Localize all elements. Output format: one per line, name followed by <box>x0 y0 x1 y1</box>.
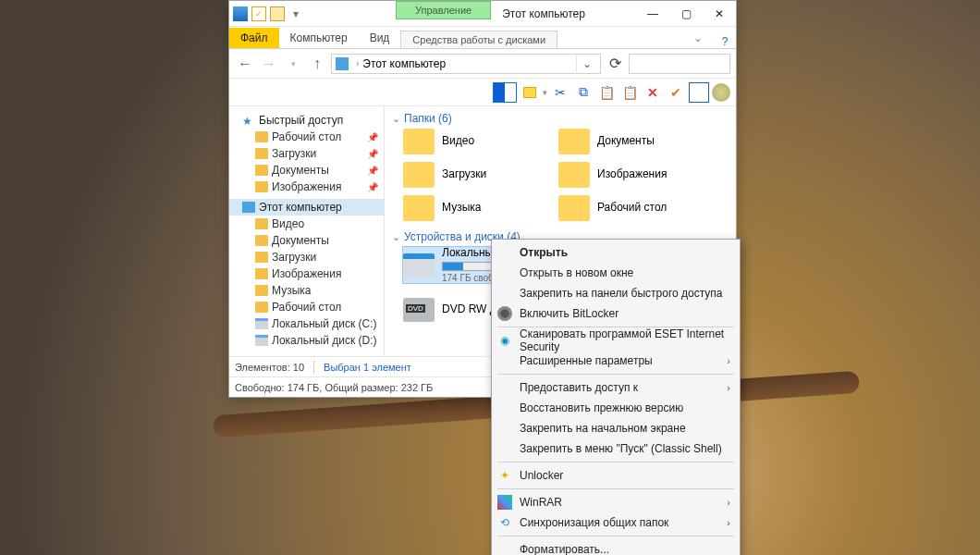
ctx-pin-start[interactable]: Закрепить на начальном экране <box>492 418 740 438</box>
minimize-button[interactable]: — <box>636 1 669 26</box>
select-all-icon[interactable] <box>689 82 709 103</box>
search-input[interactable] <box>629 54 730 74</box>
folder-icon <box>255 218 268 229</box>
tree-local-c[interactable]: Локальный диск (C:) <box>229 315 384 332</box>
help-icon[interactable]: ? <box>714 35 736 48</box>
tile-videos[interactable]: Видео <box>403 129 542 154</box>
ctx-format[interactable]: Форматировать... <box>492 539 740 555</box>
qat-newfolder-icon[interactable] <box>270 6 285 21</box>
qat-dropdown-icon[interactable]: ▾ <box>288 6 303 21</box>
tree-local-d[interactable]: Локальный диск (D:) <box>229 332 384 349</box>
recent-dropdown[interactable]: ▾ <box>283 54 303 74</box>
tile-music[interactable]: Музыка <box>403 195 542 221</box>
up-button[interactable]: ↑ <box>307 54 327 74</box>
tree-music[interactable]: Музыка <box>229 282 384 299</box>
tree-documents2[interactable]: Документы <box>229 232 384 249</box>
close-button[interactable]: ✕ <box>703 1 736 26</box>
refresh-button[interactable]: ⟳ <box>605 54 625 74</box>
ctx-grant-access[interactable]: Предоставить доступ к› <box>492 377 740 398</box>
tile-desktop[interactable]: Рабочий стол <box>558 195 697 221</box>
breadcrumb-this-pc[interactable]: Этот компьютер <box>362 57 446 70</box>
titlebar: ✓ ▾ Управление Этот компьютер — ▢ ✕ <box>229 1 736 27</box>
folder-icon <box>403 129 435 154</box>
tile-downloads[interactable]: Загрузки <box>403 162 542 188</box>
address-dropdown-icon[interactable]: ⌄ <box>576 54 596 74</box>
pin-icon: 📌 <box>367 166 378 176</box>
ctx-winrar[interactable]: WinRAR› <box>492 492 740 512</box>
ctx-pin-classic-shell[interactable]: Закрепить в меню "Пуск" (Classic Shell) <box>492 438 740 459</box>
ctx-advanced-params[interactable]: Расширенные параметры› <box>492 351 740 371</box>
ribbon-file-tab[interactable]: Файл <box>229 28 279 48</box>
maximize-button[interactable]: ▢ <box>669 1 703 26</box>
ribbon-computer-tab[interactable]: Компьютер <box>279 28 359 48</box>
paste-alt-icon[interactable]: 📋 <box>619 82 640 103</box>
tree-pictures2[interactable]: Изображения <box>229 265 384 282</box>
tree-documents[interactable]: Документы📌 <box>229 162 384 179</box>
custom-toolbar: ▾ ✂ ⧉ 📋 📋 ✕ ✔ <box>229 79 736 106</box>
folder-icon <box>558 162 590 188</box>
folder-icon <box>403 162 435 188</box>
qat-properties-icon[interactable]: ✓ <box>251 6 266 21</box>
tree-desktop2[interactable]: Рабочий стол <box>229 299 384 315</box>
tree-this-pc[interactable]: Этот компьютер <box>229 199 384 216</box>
unlocker-icon: ✦ <box>497 468 512 483</box>
folder-icon <box>255 131 268 142</box>
forward-button[interactable]: → <box>259 54 279 74</box>
tree-videos[interactable]: Видео <box>229 216 384 232</box>
winrar-icon <box>497 495 512 510</box>
window-title: Этот компьютер <box>491 1 636 26</box>
tile-documents[interactable]: Документы <box>558 129 697 154</box>
folder-icon <box>255 285 268 296</box>
pin-icon: 📌 <box>367 149 378 159</box>
folder-icon <box>255 165 268 176</box>
navbar: ← → ▾ ↑ › Этот компьютер ⌄ ⟳ <box>229 49 736 79</box>
paste-icon[interactable]: 📋 <box>596 82 617 103</box>
ribbon-context-tab[interactable]: Управление <box>396 1 491 19</box>
user-avatar-icon[interactable] <box>712 83 730 102</box>
status-count: Элементов: 10 <box>235 362 304 373</box>
view-toggle-icon[interactable] <box>493 82 517 103</box>
new-folder-tool-icon[interactable] <box>520 82 540 103</box>
ctx-pin-quick-access[interactable]: Закрепить на панели быстрого доступа <box>492 283 740 303</box>
desktop-background: ✓ ▾ Управление Этот компьютер — ▢ ✕ Файл… <box>0 0 980 555</box>
ribbon-view-tab[interactable]: Вид <box>359 28 401 48</box>
breadcrumb-chevron-icon[interactable]: › <box>352 58 362 68</box>
this-pc-icon <box>336 57 349 70</box>
ribbon-tabs: Файл Компьютер Вид Средства работы с дис… <box>229 27 736 49</box>
navigation-tree: ★Быстрый доступ Рабочий стол📌 Загрузки📌 … <box>229 106 385 356</box>
ctx-restore-previous[interactable]: Восстановить прежнюю версию <box>492 398 740 418</box>
ctx-open-new-window[interactable]: Открыть в новом окне <box>492 263 740 283</box>
ctx-open[interactable]: Открыть <box>492 242 740 263</box>
group-folders-header[interactable]: Папки (6) <box>390 110 734 129</box>
tile-pictures[interactable]: Изображения <box>558 162 697 188</box>
context-menu: Открыть Открыть в новом окне Закрепить н… <box>491 239 741 555</box>
address-bar[interactable]: › Этот компьютер ⌄ <box>331 54 601 74</box>
ctx-eset-scan[interactable]: ◉Сканировать программой ESET Internet Se… <box>492 330 740 351</box>
submenu-arrow-icon: › <box>727 355 730 366</box>
folder-icon <box>255 268 268 279</box>
ctx-bitlocker[interactable]: Включить BitLocker <box>492 303 740 324</box>
tool-dropdown-icon[interactable]: ▾ <box>543 88 547 97</box>
pin-icon: 📌 <box>367 182 378 192</box>
tree-desktop[interactable]: Рабочий стол📌 <box>229 129 384 145</box>
dvd-icon <box>403 298 435 322</box>
tree-downloads[interactable]: Загрузки📌 <box>229 145 384 162</box>
back-button[interactable]: ← <box>235 54 255 74</box>
cut-icon[interactable]: ✂ <box>550 82 570 103</box>
tree-downloads2[interactable]: Загрузки <box>229 249 384 265</box>
tree-pictures[interactable]: Изображения📌 <box>229 179 384 195</box>
delete-icon[interactable]: ✕ <box>643 82 663 103</box>
folder-icon <box>255 235 268 246</box>
submenu-arrow-icon: › <box>727 497 730 508</box>
apply-icon[interactable]: ✔ <box>666 82 686 103</box>
ctx-separator <box>497 488 734 489</box>
sync-icon: ⟲ <box>497 515 512 530</box>
ctx-sync-shared[interactable]: ⟲Синхронизация общих папок› <box>492 512 740 533</box>
ribbon-context-tools[interactable]: Средства работы с дисками <box>400 31 557 48</box>
pin-icon: 📌 <box>367 132 378 142</box>
copy-icon[interactable]: ⧉ <box>573 82 594 103</box>
ribbon-collapse-icon[interactable]: ⌄ <box>682 28 714 48</box>
ctx-unlocker[interactable]: ✦Unlocker <box>492 465 740 486</box>
explorer-icon <box>233 6 248 21</box>
tree-quick-access[interactable]: ★Быстрый доступ <box>229 112 384 129</box>
